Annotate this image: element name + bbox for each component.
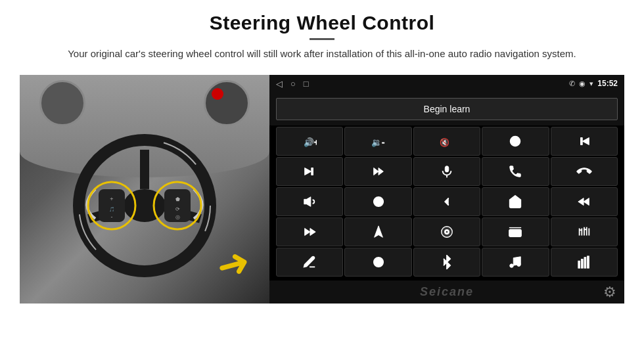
nav-recents-icon[interactable]: □ [304, 79, 309, 89]
svg-point-5 [124, 189, 166, 221]
status-bar: ◁ ○ □ ✆ ◉ ▾ 15:52 [269, 75, 624, 93]
steering-wheel-wrapper: + 🎵 - ⬟ ⟳ ◎ [72, 133, 217, 280]
skip-fwd-button[interactable] [344, 157, 411, 186]
mute-button[interactable]: 🔇 [413, 127, 480, 156]
home-button[interactable] [482, 187, 549, 216]
svg-text:🎵: 🎵 [109, 206, 115, 212]
title-section: Steering Wheel Control Your original car… [20, 12, 624, 62]
svg-text:🔊+: 🔊+ [304, 137, 317, 147]
svg-point-58 [517, 263, 521, 267]
subtitle-text: Your original car's steering wheel contr… [59, 47, 585, 62]
begin-learn-button[interactable]: Begin learn [276, 98, 618, 120]
android-screen: ◁ ○ □ ✆ ◉ ▾ 15:52 Begin learn 🔊 [269, 75, 624, 304]
call-button[interactable] [482, 157, 549, 186]
yellow-arrow: ➜ [212, 240, 254, 287]
eject-button[interactable] [413, 217, 480, 246]
prev-track-button[interactable] [551, 127, 618, 156]
bluetooth-button[interactable] [413, 248, 480, 277]
svg-text:🔇: 🔇 [440, 137, 449, 146]
svg-point-57 [510, 263, 514, 267]
title-divider [310, 38, 334, 40]
svg-marker-22 [582, 137, 589, 145]
svg-text:🔉-: 🔉- [371, 137, 384, 147]
music-button[interactable] [482, 248, 549, 277]
svg-text:-: - [111, 213, 113, 219]
nav-home-icon[interactable]: ○ [290, 79, 296, 89]
status-nav-icons: ◁ ○ □ [276, 79, 309, 89]
svg-rect-27 [445, 166, 449, 171]
svg-marker-37 [310, 228, 315, 235]
svg-rect-60 [581, 259, 583, 268]
svg-marker-34 [584, 198, 589, 205]
location-icon: ◉ [579, 79, 586, 88]
wifi-icon: ▾ [589, 79, 593, 88]
bottom-bar: Seicane ⚙ [269, 281, 624, 304]
phone-icon: ✆ [569, 79, 575, 88]
svg-marker-26 [379, 168, 383, 175]
svg-rect-59 [578, 261, 580, 268]
begin-learn-row: Begin learn [269, 93, 624, 125]
svg-text:+: + [110, 195, 113, 202]
car-background: + 🎵 - ⬟ ⟳ ◎ [20, 75, 269, 304]
page-container: Steering Wheel Control Your original car… [0, 0, 644, 360]
eq-button[interactable] [551, 217, 618, 246]
svg-point-43 [517, 232, 520, 235]
pen-button[interactable] [276, 248, 343, 277]
svg-text:⟳: ⟳ [175, 206, 180, 212]
vol-down-button[interactable]: 🔉- [344, 127, 411, 156]
car-image-area: + 🎵 - ⬟ ⟳ ◎ [20, 75, 269, 304]
cam-360-button[interactable]: 360 [344, 187, 411, 216]
next-track-button[interactable] [276, 157, 343, 186]
svg-marker-36 [305, 228, 310, 235]
power-button[interactable] [482, 127, 549, 156]
gear-settings-icon[interactable]: ⚙ [603, 284, 616, 301]
svg-marker-25 [373, 168, 378, 175]
knob-button[interactable] [344, 248, 411, 277]
mic-button[interactable] [413, 157, 480, 186]
time-display: 15:52 [597, 79, 618, 88]
svg-rect-62 [587, 256, 589, 267]
svg-marker-38 [374, 225, 382, 236]
seicane-watermark: Seicane [420, 285, 474, 299]
svg-marker-29 [304, 196, 311, 206]
hang-up-button[interactable] [551, 157, 618, 186]
page-title: Steering Wheel Control [20, 12, 624, 34]
svg-rect-61 [584, 257, 586, 268]
svg-rect-46 [513, 231, 517, 233]
svg-point-41 [446, 231, 448, 233]
svg-point-55 [377, 260, 380, 264]
svg-marker-35 [578, 198, 584, 205]
steering-wheel-svg: + 🎵 - ⬟ ⟳ ◎ [72, 133, 217, 277]
controls-grid: 🔊+ 🔉- 🔇 [269, 125, 624, 281]
svg-marker-24 [311, 168, 313, 175]
status-right-icons: ✆ ◉ ▾ 15:52 [569, 79, 618, 88]
content-row: + 🎵 - ⬟ ⟳ ◎ [20, 75, 624, 304]
horn-button[interactable] [276, 187, 343, 216]
navigate-button[interactable] [344, 217, 411, 246]
svg-text:360: 360 [376, 200, 381, 203]
nav-back-icon[interactable]: ◁ [276, 79, 283, 89]
vol-up-button[interactable]: 🔊+ [276, 127, 343, 156]
fast-fwd2-button[interactable] [276, 217, 343, 246]
vol-bars-button[interactable] [551, 248, 618, 277]
svg-marker-23 [305, 168, 311, 175]
radio-button[interactable] [482, 217, 549, 246]
svg-text:◎: ◎ [175, 214, 180, 219]
rewind-button[interactable] [551, 187, 618, 216]
back-button[interactable] [413, 187, 480, 216]
svg-text:⬟: ⬟ [175, 196, 180, 202]
